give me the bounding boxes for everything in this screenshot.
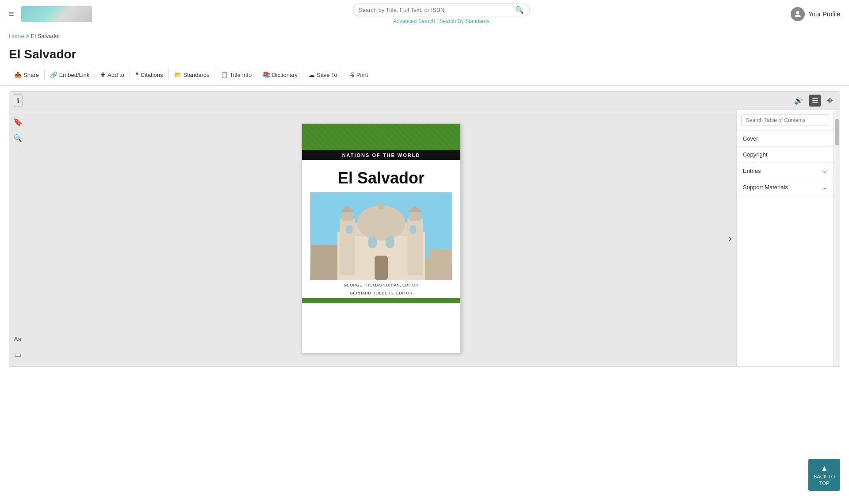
search-links: Advanced Search | Search By Standards	[393, 18, 490, 24]
breadcrumb-separator: >	[26, 33, 31, 39]
svg-rect-19	[429, 249, 451, 280]
toolbar-title-info-label: Title Info	[230, 72, 252, 78]
scrollbar-thumb[interactable]	[835, 119, 839, 145]
book-series-band: NATIONS OF THE WORLD	[302, 150, 460, 160]
toc-support-materials-chevron-icon: ⌄	[822, 183, 827, 191]
toolbar: 📤 Share 🔗 Embed/Link ✚ Add to ❝ Citation…	[0, 67, 849, 86]
svg-rect-13	[346, 225, 353, 234]
dictionary-icon: 📚	[263, 71, 270, 78]
menu-icon[interactable]: ≡	[9, 9, 14, 19]
logo-image	[21, 6, 92, 22]
toolbar-add-to-label: Add to	[107, 72, 124, 78]
svg-rect-14	[409, 225, 416, 234]
toc-copyright-label: Copyright	[743, 151, 768, 158]
page-title: El Salvador	[0, 44, 849, 67]
search-input[interactable]	[359, 7, 515, 13]
book-page-title: El Salvador	[331, 160, 432, 192]
book-page-green-band-top	[302, 124, 460, 150]
toolbar-embed-label: Embed/Link	[59, 72, 90, 78]
svg-rect-15	[368, 236, 377, 248]
toolbar-share[interactable]: 📤 Share	[9, 69, 45, 80]
toc-item-support-materials[interactable]: Support Materials ⌄	[737, 179, 834, 195]
profile-avatar-icon	[791, 7, 805, 21]
next-page-button[interactable]: ›	[728, 232, 732, 244]
scrollbar-track[interactable]	[834, 110, 840, 367]
toc-item-cover[interactable]: Cover	[737, 131, 834, 147]
save-to-icon: ☁	[309, 71, 315, 78]
main-content: ℹ 🔊 ☰ ✥ 🔖 🔍 Aa ▭	[0, 86, 849, 372]
title-info-icon: 📋	[221, 71, 228, 78]
breadcrumb-current: El Salvador	[31, 33, 60, 39]
toolbar-standards-label: Standards	[184, 72, 210, 78]
svg-rect-17	[375, 256, 388, 280]
embed-icon: 🔗	[50, 71, 57, 78]
audio-icon: 🔊	[794, 97, 803, 104]
toolbar-print-label: Print	[356, 72, 368, 78]
toolbar-add-to[interactable]: ✚ Add to	[95, 69, 130, 80]
share-icon: 📤	[14, 71, 22, 78]
reader-container: ℹ 🔊 ☰ ✥ 🔖 🔍 Aa ▭	[9, 91, 840, 367]
search-by-standards-link[interactable]: Search By Standards	[439, 18, 489, 24]
toolbar-save-to-label: Save To	[317, 72, 337, 78]
toc-search-input[interactable]	[741, 115, 829, 126]
svg-point-6	[378, 203, 385, 210]
print-icon: 🖨	[348, 71, 355, 78]
svg-point-5	[357, 206, 405, 241]
toc-cover-label: Cover	[743, 135, 758, 142]
toc-item-entries[interactable]: Entries ⌄	[737, 163, 834, 179]
reader-info-button[interactable]: ℹ	[14, 94, 23, 107]
logo	[21, 6, 92, 22]
toolbar-citations-label: Citations	[141, 72, 163, 78]
toolbar-standards[interactable]: 📂 Standards	[169, 69, 215, 80]
toc-entries-chevron-icon: ⌄	[822, 167, 827, 174]
book-page-author1: GEORGE THOMAS KURIAN, EDITOR	[340, 280, 422, 288]
svg-rect-18	[311, 245, 337, 280]
standards-icon: 📂	[174, 71, 182, 78]
toolbar-embed-link[interactable]: 🔗 Embed/Link	[45, 69, 96, 80]
toc-panel: Cover Copyright Entries ⌄ Support Materi…	[736, 110, 834, 367]
toolbar-title-info[interactable]: 📋 Title Info	[215, 69, 257, 80]
reader-toolbar: ℹ 🔊 ☰ ✥	[9, 92, 840, 110]
toolbar-dictionary-label: Dictionary	[272, 72, 298, 78]
font-size-tool-icon[interactable]: Aa	[14, 336, 21, 343]
info-icon: ℹ	[17, 97, 19, 104]
fullscreen-icon: ✥	[827, 97, 833, 104]
book-page-image	[310, 192, 452, 280]
book-page: NATIONS OF THE WORLD El Salvador	[302, 123, 461, 353]
toc-support-materials-label: Support Materials	[743, 184, 788, 191]
search-area: 🔍 Advanced Search | Search By Standards	[353, 4, 530, 24]
advanced-search-link[interactable]: Advanced Search	[393, 18, 435, 24]
zoom-tool-icon[interactable]: 🔍	[13, 134, 22, 142]
citations-icon: ❝	[135, 71, 139, 78]
svg-rect-8	[342, 212, 353, 221]
search-icon[interactable]: 🔍	[515, 6, 524, 14]
book-page-green-band-bottom	[302, 298, 460, 303]
reader-body: 🔖 🔍 Aa ▭ NATIONS OF THE WORLD El Salvado…	[9, 110, 840, 367]
toc-toggle-icon: ☰	[812, 97, 818, 104]
breadcrumb-home[interactable]: Home	[9, 33, 24, 39]
reader-audio-button[interactable]: 🔊	[792, 95, 806, 107]
toolbar-save-to[interactable]: ☁ Save To	[303, 69, 343, 80]
toc-entries-label: Entries	[743, 168, 761, 174]
search-bar: 🔍	[353, 4, 530, 16]
toc-search-area	[737, 110, 834, 131]
toolbar-citations[interactable]: ❝ Citations	[130, 69, 169, 80]
profile-button[interactable]: Your Profile	[791, 7, 840, 21]
profile-label: Your Profile	[808, 11, 840, 18]
reader-fullscreen-button[interactable]: ✥	[824, 95, 835, 107]
book-sidebar-tools: 🔖 🔍 Aa ▭	[9, 110, 26, 367]
svg-point-0	[796, 11, 799, 14]
breadcrumb: Home > El Salvador	[0, 28, 849, 44]
toolbar-share-label: Share	[23, 72, 39, 78]
svg-rect-11	[409, 212, 421, 221]
reader-toc-button[interactable]: ☰	[809, 95, 821, 107]
compare-tool-icon[interactable]: ▭	[14, 350, 22, 359]
cathedral-illustration	[310, 192, 452, 280]
toolbar-dictionary[interactable]: 📚 Dictionary	[257, 69, 303, 80]
toolbar-print[interactable]: 🖨 Print	[343, 69, 374, 80]
toc-item-copyright[interactable]: Copyright	[737, 147, 834, 163]
header: ≡ 🔍 Advanced Search | Search By Standard…	[0, 0, 849, 28]
bookmark-tool-icon[interactable]: 🔖	[13, 117, 23, 127]
add-to-icon: ✚	[100, 71, 106, 78]
svg-rect-16	[386, 236, 394, 248]
